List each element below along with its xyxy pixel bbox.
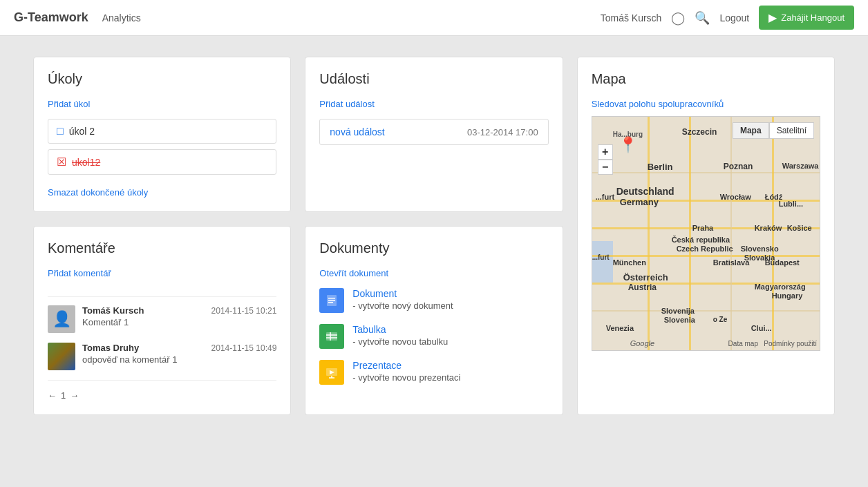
svg-rect-1	[328, 298, 335, 299]
presentation-desc: - vytvořte novou prezentaci	[352, 372, 460, 383]
map-label-magyarorszag: Magyarország	[755, 283, 806, 291]
comment-header: 👤 Tomáš Kursch 2014-11-15 10:21 Komentář…	[48, 305, 276, 333]
comment-header-2: Tomas Druhy 2014-11-15 10:49 odpověď na …	[48, 343, 276, 370]
map-label-wroclaw: Wrocław	[720, 193, 751, 201]
map-label-furt2: ...furt	[592, 254, 610, 261]
zoom-out-btn[interactable]: −	[598, 160, 613, 175]
map-container[interactable]: Ha...burg Szczecin Biat... Berlin Poznan…	[592, 116, 820, 351]
events-title: Události	[319, 71, 548, 87]
task-item[interactable]: □ úkol 2	[48, 119, 276, 144]
add-task-link[interactable]: Přidat úkol	[48, 99, 90, 109]
map-google-logo: Google	[630, 339, 654, 347]
comment-text: Komentář 1	[82, 317, 276, 327]
next-page-btn[interactable]: →	[70, 390, 79, 401]
events-card: Události Přidat událost nová událost 03-…	[305, 57, 563, 212]
task-done-icon: ☒	[57, 155, 66, 169]
clear-tasks-link[interactable]: Smazat dokončené úkoly	[48, 187, 148, 198]
presentation-info: Prezentace - vytvořte novou prezentaci	[352, 360, 460, 383]
tasks-title: Úkoly	[48, 71, 276, 87]
comment-author-2: Tomas Druhy	[82, 343, 139, 353]
comment-item-2: Tomas Druhy 2014-11-15 10:49 odpověď na …	[48, 343, 276, 370]
documents-title: Dokumenty	[319, 240, 548, 256]
map-zoom: + −	[598, 144, 613, 175]
map-label-praha: Praha	[692, 224, 714, 232]
map-road	[592, 172, 820, 173]
tasks-card: Úkoly Přidat úkol □ úkol 2 ☒ ukol12 Smaz…	[33, 57, 291, 212]
comments-title: Komentáře	[48, 240, 276, 256]
main-content: Úkoly Přidat úkol □ úkol 2 ☒ ukol12 Smaz…	[12, 36, 856, 436]
svg-rect-3	[328, 302, 333, 303]
watch-location-link[interactable]: Sledovat polohu spolupracovníků	[592, 99, 724, 109]
map-label-slovenija: Slovenija	[661, 307, 695, 315]
event-item[interactable]: nová událost 03-12-2014 17:00	[319, 119, 548, 145]
map-label-poznan: Poznan	[724, 162, 753, 171]
header: G-Teamwork Analytics Tomáš Kursch ◯ 🔍 Lo…	[0, 0, 868, 36]
presentation-item: Prezentace - vytvořte novou prezentaci	[319, 360, 548, 385]
satellite-view-btn[interactable]: Satelitní	[769, 122, 814, 139]
prev-page-btn[interactable]: ←	[48, 390, 57, 401]
comment-item: 👤 Tomáš Kursch 2014-11-15 10:21 Komentář…	[48, 305, 276, 333]
document-item: Dokument - vytvořte nový dokument	[319, 288, 548, 313]
search-icon[interactable]: 🔍	[695, 10, 710, 26]
map-label-czech2: Czech Republic	[677, 245, 733, 253]
map-label-munchen: München	[613, 258, 646, 267]
divider	[48, 296, 276, 297]
comment-avatar-2	[48, 343, 75, 370]
comments-pagination: ← 1 →	[48, 390, 276, 401]
analytics-nav[interactable]: Analytics	[102, 12, 141, 23]
map-label-oz: o Ze	[713, 316, 728, 323]
documents-card: Dokumenty Otevřít dokument Dokument - vy…	[305, 226, 563, 415]
map-label-budapest: Budapest	[765, 258, 800, 267]
comment-text-2: odpověď na komentář 1	[82, 354, 276, 365]
person-silhouette-icon: 👤	[53, 310, 71, 328]
map-marker: 📍	[619, 136, 637, 154]
map-controls: Mapa Satelitní	[733, 122, 814, 139]
event-date: 03-12-2014 17:00	[467, 127, 538, 137]
username: Tomáš Kursch	[601, 12, 662, 23]
hangout-button[interactable]: ▶ Zahájit Hangout	[759, 6, 854, 30]
document-desc: - vytvořte nový dokument	[352, 300, 453, 311]
map-view-btn[interactable]: Mapa	[733, 122, 769, 139]
map-road	[592, 310, 820, 312]
table-info: Tabulka - vytvořte novou tabulku	[352, 324, 448, 347]
header-right: Tomáš Kursch ◯ 🔍 Logout ▶ Zahájit Hangou…	[601, 6, 854, 30]
map-label-szczecin: Szczecin	[682, 127, 717, 137]
presentation-icon	[319, 360, 344, 385]
task-item-done[interactable]: ☒ ukol12	[48, 149, 276, 175]
map-label-lubli: Lubli...	[779, 200, 803, 208]
person-icon[interactable]: ◯	[671, 10, 685, 26]
map-label-kosice: Košice	[787, 224, 812, 232]
divider-2	[48, 380, 276, 381]
open-document-link[interactable]: Otevřít dokument	[319, 268, 388, 278]
page-number: 1	[61, 390, 66, 401]
map-label-warszawa: Warszawa	[782, 162, 819, 170]
map-label-venezia: Venezia	[606, 324, 634, 332]
svg-rect-2	[328, 300, 335, 301]
map-label-bratislava: Bratislava	[713, 258, 750, 267]
map-label-slovensko: Slovensko	[741, 245, 779, 253]
table-desc: - vytvořte novou tabulku	[352, 336, 448, 347]
map-label-deutschland: Deutschland	[616, 186, 674, 197]
map-water	[592, 241, 613, 283]
document-info: Dokument - vytvořte nový dokument	[352, 288, 453, 311]
logout-button[interactable]: Logout	[719, 12, 749, 23]
add-event-link[interactable]: Přidat událost	[319, 99, 375, 109]
event-name[interactable]: nová událost	[330, 126, 384, 137]
presentation-link[interactable]: Prezentace	[352, 360, 402, 371]
document-link[interactable]: Dokument	[352, 288, 397, 299]
logo[interactable]: G-Teamwork	[14, 10, 88, 25]
add-comment-link[interactable]: Přidat komentář	[48, 268, 111, 278]
map-label-czech1: Česká republika	[672, 236, 730, 244]
map-label-hungary: Hungary	[772, 292, 803, 300]
task-todo-icon: □	[57, 125, 64, 137]
map-label-osterreich: Österreich	[623, 272, 668, 283]
table-link[interactable]: Tabulka	[352, 324, 386, 335]
zoom-in-btn[interactable]: +	[598, 144, 613, 160]
table-icon	[319, 324, 344, 349]
map-label-slovenia: Slovenia	[664, 316, 695, 324]
document-icon	[319, 288, 344, 313]
task-text: úkol 2	[69, 126, 95, 137]
map-road	[648, 117, 650, 350]
table-item: Tabulka - vytvořte novou tabulku	[319, 324, 548, 349]
map-label-furt: ...furt	[596, 193, 615, 201]
